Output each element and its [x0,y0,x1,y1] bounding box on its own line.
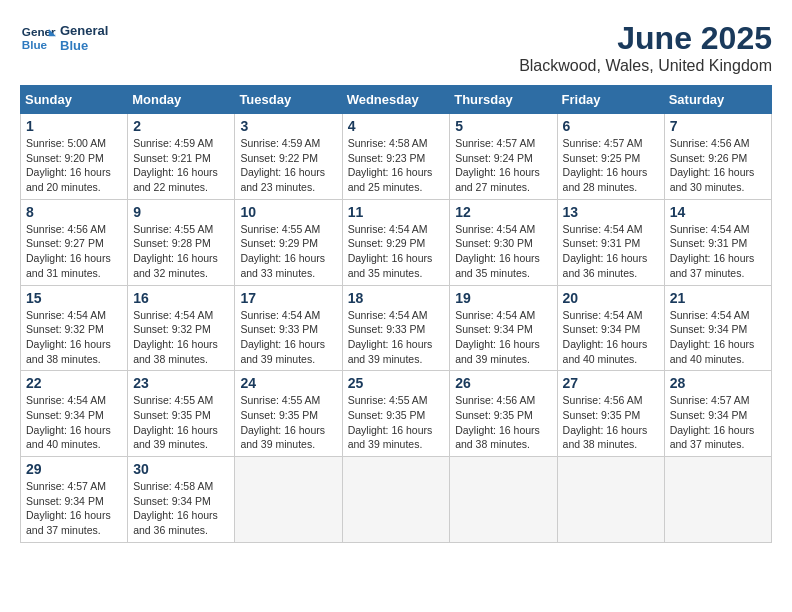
calendar-week-5: 29Sunrise: 4:57 AMSunset: 9:34 PMDayligh… [21,457,772,543]
calendar-cell [450,457,557,543]
day-info: Sunrise: 4:57 AMSunset: 9:25 PMDaylight:… [563,136,659,195]
calendar-week-1: 1Sunrise: 5:00 AMSunset: 9:20 PMDaylight… [21,114,772,200]
calendar-cell: 24Sunrise: 4:55 AMSunset: 9:35 PMDayligh… [235,371,342,457]
day-number: 27 [563,375,659,391]
calendar-cell: 22Sunrise: 4:54 AMSunset: 9:34 PMDayligh… [21,371,128,457]
column-header-thursday: Thursday [450,86,557,114]
calendar-cell: 16Sunrise: 4:54 AMSunset: 9:32 PMDayligh… [128,285,235,371]
day-info: Sunrise: 4:54 AMSunset: 9:34 PMDaylight:… [563,308,659,367]
calendar-cell [235,457,342,543]
title-block: June 2025 Blackwood, Wales, United Kingd… [519,20,772,75]
column-header-wednesday: Wednesday [342,86,450,114]
day-number: 14 [670,204,766,220]
calendar-cell: 3Sunrise: 4:59 AMSunset: 9:22 PMDaylight… [235,114,342,200]
calendar-cell: 5Sunrise: 4:57 AMSunset: 9:24 PMDaylight… [450,114,557,200]
calendar-cell: 9Sunrise: 4:55 AMSunset: 9:28 PMDaylight… [128,199,235,285]
day-info: Sunrise: 4:57 AMSunset: 9:34 PMDaylight:… [26,479,122,538]
day-info: Sunrise: 4:55 AMSunset: 9:29 PMDaylight:… [240,222,336,281]
calendar-cell [664,457,771,543]
calendar-table: SundayMondayTuesdayWednesdayThursdayFrid… [20,85,772,543]
day-number: 8 [26,204,122,220]
day-info: Sunrise: 4:59 AMSunset: 9:21 PMDaylight:… [133,136,229,195]
day-number: 17 [240,290,336,306]
day-number: 30 [133,461,229,477]
day-info: Sunrise: 4:57 AMSunset: 9:34 PMDaylight:… [670,393,766,452]
svg-text:Blue: Blue [22,38,48,51]
day-number: 23 [133,375,229,391]
day-info: Sunrise: 4:54 AMSunset: 9:32 PMDaylight:… [133,308,229,367]
calendar-cell: 26Sunrise: 4:56 AMSunset: 9:35 PMDayligh… [450,371,557,457]
day-info: Sunrise: 4:55 AMSunset: 9:28 PMDaylight:… [133,222,229,281]
day-number: 11 [348,204,445,220]
day-number: 2 [133,118,229,134]
calendar-cell: 8Sunrise: 4:56 AMSunset: 9:27 PMDaylight… [21,199,128,285]
day-info: Sunrise: 4:54 AMSunset: 9:33 PMDaylight:… [240,308,336,367]
calendar-cell: 19Sunrise: 4:54 AMSunset: 9:34 PMDayligh… [450,285,557,371]
day-info: Sunrise: 4:58 AMSunset: 9:34 PMDaylight:… [133,479,229,538]
day-info: Sunrise: 4:56 AMSunset: 9:35 PMDaylight:… [563,393,659,452]
day-number: 6 [563,118,659,134]
day-number: 13 [563,204,659,220]
calendar-subtitle: Blackwood, Wales, United Kingdom [519,57,772,75]
calendar-header: SundayMondayTuesdayWednesdayThursdayFrid… [21,86,772,114]
logo-icon: General Blue [20,20,56,56]
page-header: General Blue General Blue June 2025 Blac… [20,20,772,75]
day-number: 4 [348,118,445,134]
calendar-cell: 10Sunrise: 4:55 AMSunset: 9:29 PMDayligh… [235,199,342,285]
calendar-cell: 27Sunrise: 4:56 AMSunset: 9:35 PMDayligh… [557,371,664,457]
calendar-cell: 30Sunrise: 4:58 AMSunset: 9:34 PMDayligh… [128,457,235,543]
day-info: Sunrise: 4:57 AMSunset: 9:24 PMDaylight:… [455,136,551,195]
calendar-cell: 7Sunrise: 4:56 AMSunset: 9:26 PMDaylight… [664,114,771,200]
day-number: 19 [455,290,551,306]
calendar-cell: 14Sunrise: 4:54 AMSunset: 9:31 PMDayligh… [664,199,771,285]
day-number: 15 [26,290,122,306]
column-header-friday: Friday [557,86,664,114]
calendar-cell: 4Sunrise: 4:58 AMSunset: 9:23 PMDaylight… [342,114,450,200]
calendar-cell: 1Sunrise: 5:00 AMSunset: 9:20 PMDaylight… [21,114,128,200]
calendar-cell: 29Sunrise: 4:57 AMSunset: 9:34 PMDayligh… [21,457,128,543]
day-number: 7 [670,118,766,134]
day-info: Sunrise: 4:54 AMSunset: 9:31 PMDaylight:… [563,222,659,281]
column-header-tuesday: Tuesday [235,86,342,114]
logo-blue: Blue [60,38,108,53]
day-info: Sunrise: 5:00 AMSunset: 9:20 PMDaylight:… [26,136,122,195]
day-info: Sunrise: 4:54 AMSunset: 9:32 PMDaylight:… [26,308,122,367]
day-number: 29 [26,461,122,477]
day-number: 20 [563,290,659,306]
day-number: 10 [240,204,336,220]
calendar-cell: 23Sunrise: 4:55 AMSunset: 9:35 PMDayligh… [128,371,235,457]
calendar-week-4: 22Sunrise: 4:54 AMSunset: 9:34 PMDayligh… [21,371,772,457]
calendar-cell: 20Sunrise: 4:54 AMSunset: 9:34 PMDayligh… [557,285,664,371]
day-number: 5 [455,118,551,134]
day-info: Sunrise: 4:54 AMSunset: 9:30 PMDaylight:… [455,222,551,281]
calendar-week-3: 15Sunrise: 4:54 AMSunset: 9:32 PMDayligh… [21,285,772,371]
calendar-cell: 12Sunrise: 4:54 AMSunset: 9:30 PMDayligh… [450,199,557,285]
calendar-title: June 2025 [519,20,772,57]
day-number: 12 [455,204,551,220]
day-number: 24 [240,375,336,391]
logo-general: General [60,23,108,38]
calendar-body: 1Sunrise: 5:00 AMSunset: 9:20 PMDaylight… [21,114,772,543]
logo: General Blue General Blue [20,20,108,56]
calendar-week-2: 8Sunrise: 4:56 AMSunset: 9:27 PMDaylight… [21,199,772,285]
calendar-cell: 11Sunrise: 4:54 AMSunset: 9:29 PMDayligh… [342,199,450,285]
day-info: Sunrise: 4:54 AMSunset: 9:29 PMDaylight:… [348,222,445,281]
day-info: Sunrise: 4:54 AMSunset: 9:33 PMDaylight:… [348,308,445,367]
day-number: 26 [455,375,551,391]
day-info: Sunrise: 4:56 AMSunset: 9:26 PMDaylight:… [670,136,766,195]
day-number: 16 [133,290,229,306]
day-number: 9 [133,204,229,220]
day-info: Sunrise: 4:54 AMSunset: 9:34 PMDaylight:… [455,308,551,367]
day-info: Sunrise: 4:55 AMSunset: 9:35 PMDaylight:… [133,393,229,452]
calendar-cell: 6Sunrise: 4:57 AMSunset: 9:25 PMDaylight… [557,114,664,200]
day-number: 22 [26,375,122,391]
calendar-cell [342,457,450,543]
day-number: 18 [348,290,445,306]
calendar-cell: 25Sunrise: 4:55 AMSunset: 9:35 PMDayligh… [342,371,450,457]
column-header-monday: Monday [128,86,235,114]
calendar-cell: 28Sunrise: 4:57 AMSunset: 9:34 PMDayligh… [664,371,771,457]
day-info: Sunrise: 4:55 AMSunset: 9:35 PMDaylight:… [240,393,336,452]
day-info: Sunrise: 4:56 AMSunset: 9:27 PMDaylight:… [26,222,122,281]
day-info: Sunrise: 4:54 AMSunset: 9:31 PMDaylight:… [670,222,766,281]
day-info: Sunrise: 4:59 AMSunset: 9:22 PMDaylight:… [240,136,336,195]
